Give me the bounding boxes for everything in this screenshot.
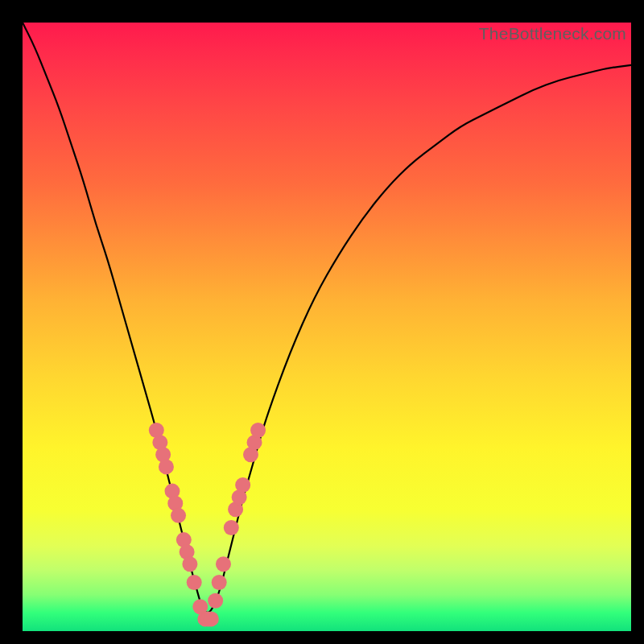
highlighted-point [171, 508, 186, 523]
plot-area: TheBottleneck.com [23, 23, 631, 631]
highlighted-point [182, 556, 197, 572]
bottleneck-curve [23, 23, 631, 613]
chart-overlay [23, 23, 631, 631]
highlighted-point [212, 575, 227, 590]
highlighted-point [216, 556, 231, 572]
highlighted-point [187, 575, 202, 590]
highlighted-points [149, 423, 266, 626]
highlighted-point [159, 459, 174, 474]
highlighted-point [224, 520, 239, 535]
highlighted-point [235, 477, 250, 493]
highlighted-point [204, 611, 219, 626]
chart-stage: TheBottleneck.com [0, 0, 644, 644]
highlighted-point [250, 423, 266, 438]
highlighted-point [208, 593, 223, 609]
